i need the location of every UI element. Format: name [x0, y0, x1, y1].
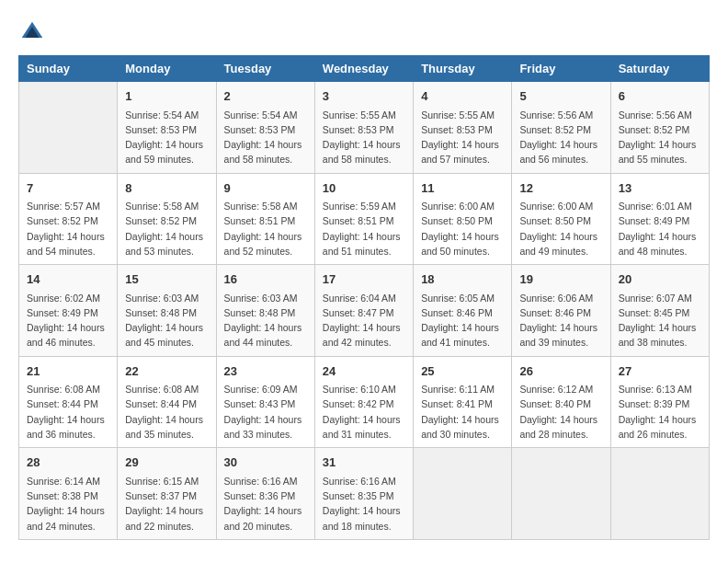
- calendar-cell: 2Sunrise: 5:54 AM Sunset: 8:53 PM Daylig…: [216, 82, 314, 174]
- day-info: Sunrise: 5:58 AM Sunset: 8:52 PM Dayligh…: [125, 199, 208, 259]
- day-number: 11: [421, 179, 504, 198]
- day-info: Sunrise: 5:55 AM Sunset: 8:53 PM Dayligh…: [421, 108, 504, 167]
- day-number: 13: [619, 179, 701, 198]
- calendar-cell: 31Sunrise: 6:16 AM Sunset: 8:35 PM Dayli…: [314, 448, 413, 540]
- day-number: 24: [323, 362, 405, 381]
- day-info: Sunrise: 6:03 AM Sunset: 8:48 PM Dayligh…: [125, 291, 208, 350]
- calendar-cell: 27Sunrise: 6:13 AM Sunset: 8:39 PM Dayli…: [610, 356, 709, 448]
- day-info: Sunrise: 6:13 AM Sunset: 8:39 PM Dayligh…: [619, 382, 701, 442]
- day-info: Sunrise: 5:54 AM Sunset: 8:53 PM Dayligh…: [224, 108, 307, 167]
- calendar-cell: [512, 448, 610, 540]
- calendar-cell: 30Sunrise: 6:16 AM Sunset: 8:36 PM Dayli…: [216, 448, 314, 540]
- header-friday: Friday: [512, 56, 610, 82]
- week-row-3: 14Sunrise: 6:02 AM Sunset: 8:49 PM Dayli…: [19, 265, 710, 357]
- day-number: 15: [125, 270, 208, 289]
- day-number: 20: [619, 270, 701, 289]
- day-info: Sunrise: 6:02 AM Sunset: 8:49 PM Dayligh…: [27, 291, 109, 350]
- logo-icon: [18, 18, 46, 46]
- calendar-cell: 5Sunrise: 5:56 AM Sunset: 8:52 PM Daylig…: [512, 82, 610, 174]
- day-number: 29: [125, 454, 208, 472]
- calendar-cell: 21Sunrise: 6:08 AM Sunset: 8:44 PM Dayli…: [19, 356, 118, 448]
- logo: [18, 18, 50, 46]
- week-row-4: 21Sunrise: 6:08 AM Sunset: 8:44 PM Dayli…: [19, 356, 710, 448]
- calendar-cell: 12Sunrise: 6:00 AM Sunset: 8:50 PM Dayli…: [512, 173, 610, 265]
- day-info: Sunrise: 5:57 AM Sunset: 8:52 PM Dayligh…: [27, 199, 109, 259]
- day-number: 3: [323, 87, 405, 106]
- calendar-cell: 11Sunrise: 6:00 AM Sunset: 8:50 PM Dayli…: [414, 173, 512, 265]
- day-number: 7: [27, 179, 109, 198]
- calendar-cell: [19, 82, 118, 174]
- day-number: 6: [619, 87, 701, 106]
- day-number: 16: [224, 270, 307, 289]
- day-number: 14: [27, 270, 109, 289]
- day-info: Sunrise: 6:10 AM Sunset: 8:42 PM Dayligh…: [323, 382, 405, 442]
- day-info: Sunrise: 5:58 AM Sunset: 8:51 PM Dayligh…: [224, 199, 307, 259]
- day-info: Sunrise: 6:16 AM Sunset: 8:35 PM Dayligh…: [323, 474, 405, 534]
- page-header: [18, 18, 710, 46]
- header-thursday: Thursday: [414, 56, 512, 82]
- header-saturday: Saturday: [610, 56, 709, 82]
- day-info: Sunrise: 5:59 AM Sunset: 8:51 PM Dayligh…: [323, 199, 405, 259]
- day-number: 21: [27, 362, 109, 381]
- calendar-cell: 19Sunrise: 6:06 AM Sunset: 8:46 PM Dayli…: [512, 265, 610, 357]
- week-row-1: 1Sunrise: 5:54 AM Sunset: 8:53 PM Daylig…: [19, 82, 710, 174]
- header-sunday: Sunday: [19, 56, 118, 82]
- calendar-cell: 13Sunrise: 6:01 AM Sunset: 8:49 PM Dayli…: [610, 173, 709, 265]
- day-info: Sunrise: 6:08 AM Sunset: 8:44 PM Dayligh…: [125, 382, 208, 442]
- day-number: 25: [421, 362, 504, 381]
- week-row-5: 28Sunrise: 6:14 AM Sunset: 8:38 PM Dayli…: [19, 448, 710, 540]
- header-monday: Monday: [118, 56, 216, 82]
- day-number: 9: [224, 179, 307, 198]
- calendar-cell: 9Sunrise: 5:58 AM Sunset: 8:51 PM Daylig…: [216, 173, 314, 265]
- day-info: Sunrise: 6:12 AM Sunset: 8:40 PM Dayligh…: [519, 382, 602, 442]
- day-info: Sunrise: 6:14 AM Sunset: 8:38 PM Dayligh…: [27, 474, 109, 534]
- day-info: Sunrise: 5:56 AM Sunset: 8:52 PM Dayligh…: [619, 108, 701, 167]
- calendar-cell: 26Sunrise: 6:12 AM Sunset: 8:40 PM Dayli…: [512, 356, 610, 448]
- day-number: 1: [125, 87, 208, 106]
- day-info: Sunrise: 6:06 AM Sunset: 8:46 PM Dayligh…: [519, 291, 602, 350]
- week-row-2: 7Sunrise: 5:57 AM Sunset: 8:52 PM Daylig…: [19, 173, 710, 265]
- day-info: Sunrise: 6:03 AM Sunset: 8:48 PM Dayligh…: [224, 291, 307, 350]
- day-info: Sunrise: 5:55 AM Sunset: 8:53 PM Dayligh…: [323, 108, 405, 167]
- day-number: 8: [125, 179, 208, 198]
- day-info: Sunrise: 6:04 AM Sunset: 8:47 PM Dayligh…: [323, 291, 405, 350]
- calendar-cell: 8Sunrise: 5:58 AM Sunset: 8:52 PM Daylig…: [118, 173, 216, 265]
- day-info: Sunrise: 6:07 AM Sunset: 8:45 PM Dayligh…: [619, 291, 701, 350]
- header-tuesday: Tuesday: [216, 56, 314, 82]
- day-info: Sunrise: 6:01 AM Sunset: 8:49 PM Dayligh…: [619, 199, 701, 259]
- calendar-cell: 17Sunrise: 6:04 AM Sunset: 8:47 PM Dayli…: [314, 265, 413, 357]
- day-info: Sunrise: 6:11 AM Sunset: 8:41 PM Dayligh…: [421, 382, 504, 442]
- day-info: Sunrise: 6:08 AM Sunset: 8:44 PM Dayligh…: [27, 382, 109, 442]
- day-number: 5: [519, 87, 602, 106]
- day-number: 17: [323, 270, 405, 289]
- calendar-cell: 1Sunrise: 5:54 AM Sunset: 8:53 PM Daylig…: [118, 82, 216, 174]
- day-number: 22: [125, 362, 208, 381]
- day-info: Sunrise: 6:00 AM Sunset: 8:50 PM Dayligh…: [519, 199, 602, 259]
- calendar-cell: 25Sunrise: 6:11 AM Sunset: 8:41 PM Dayli…: [414, 356, 512, 448]
- calendar-header-row: SundayMondayTuesdayWednesdayThursdayFrid…: [19, 56, 710, 82]
- calendar-cell: 6Sunrise: 5:56 AM Sunset: 8:52 PM Daylig…: [610, 82, 709, 174]
- day-number: 12: [519, 179, 602, 198]
- day-number: 19: [519, 270, 602, 289]
- calendar-cell: [414, 448, 512, 540]
- calendar-cell: 22Sunrise: 6:08 AM Sunset: 8:44 PM Dayli…: [118, 356, 216, 448]
- day-number: 28: [27, 454, 109, 472]
- calendar-table: SundayMondayTuesdayWednesdayThursdayFrid…: [18, 55, 710, 540]
- calendar-cell: 15Sunrise: 6:03 AM Sunset: 8:48 PM Dayli…: [118, 265, 216, 357]
- day-number: 4: [421, 87, 504, 106]
- calendar-cell: 29Sunrise: 6:15 AM Sunset: 8:37 PM Dayli…: [118, 448, 216, 540]
- calendar-cell: 4Sunrise: 5:55 AM Sunset: 8:53 PM Daylig…: [414, 82, 512, 174]
- day-info: Sunrise: 6:00 AM Sunset: 8:50 PM Dayligh…: [421, 199, 504, 259]
- day-number: 31: [323, 454, 405, 472]
- day-info: Sunrise: 5:56 AM Sunset: 8:52 PM Dayligh…: [519, 108, 602, 167]
- calendar-cell: 18Sunrise: 6:05 AM Sunset: 8:46 PM Dayli…: [414, 265, 512, 357]
- calendar-cell: 24Sunrise: 6:10 AM Sunset: 8:42 PM Dayli…: [314, 356, 413, 448]
- day-number: 2: [224, 87, 307, 106]
- day-number: 18: [421, 270, 504, 289]
- day-number: 10: [323, 179, 405, 198]
- day-info: Sunrise: 6:09 AM Sunset: 8:43 PM Dayligh…: [224, 382, 307, 442]
- calendar-cell: 23Sunrise: 6:09 AM Sunset: 8:43 PM Dayli…: [216, 356, 314, 448]
- day-info: Sunrise: 6:16 AM Sunset: 8:36 PM Dayligh…: [224, 474, 307, 534]
- calendar-cell: 16Sunrise: 6:03 AM Sunset: 8:48 PM Dayli…: [216, 265, 314, 357]
- calendar-cell: 28Sunrise: 6:14 AM Sunset: 8:38 PM Dayli…: [19, 448, 118, 540]
